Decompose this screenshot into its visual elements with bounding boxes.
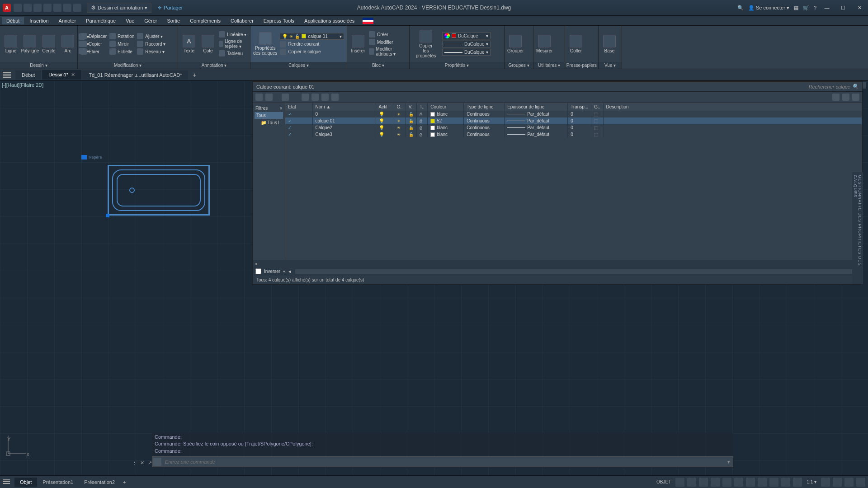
- qat-new-icon[interactable]: [14, 4, 22, 12]
- color-dropdown[interactable]: DuCalque▾: [442, 32, 491, 39]
- lineweight-cell[interactable]: Par_défaut: [507, 118, 565, 123]
- layer-state3-icon[interactable]: [321, 94, 329, 101]
- modifier-attributs-button[interactable]: Modifier attributs ▾: [369, 47, 406, 56]
- col-actif[interactable]: Actif: [376, 103, 394, 111]
- freeze-icon[interactable]: [397, 132, 401, 137]
- freeze-icon[interactable]: [397, 125, 401, 130]
- panel-title[interactable]: Calques ▾: [250, 62, 347, 69]
- copier-calque-button[interactable]: Copier le calque: [280, 49, 344, 55]
- panel-title[interactable]: Propriétés ▾: [410, 62, 504, 69]
- lineweight-dropdown[interactable]: DuCalque▾: [442, 49, 491, 56]
- col-typeligne[interactable]: Type de ligne: [464, 103, 505, 111]
- cleanscreen-icon[interactable]: [856, 478, 865, 487]
- isolate-icon[interactable]: [833, 478, 842, 487]
- filter-tous[interactable]: Tous: [255, 112, 283, 119]
- cote-button[interactable]: Cote: [200, 35, 216, 53]
- invert-checkbox[interactable]: [255, 268, 261, 274]
- description-cell[interactable]: [603, 131, 862, 138]
- linetype-cell[interactable]: Continuous: [464, 131, 505, 138]
- panel-title[interactable]: Annotation ▾: [178, 62, 250, 69]
- qat-redo-icon[interactable]: [73, 4, 81, 12]
- color-cell[interactable]: blanc: [430, 125, 461, 130]
- filter-tous-utilises[interactable]: 📁 Tous l: [255, 119, 283, 126]
- tab-sortie[interactable]: Sortie: [162, 17, 184, 24]
- palette-side-label[interactable]: GESTIONNAIRE DES PROPRIETES DES CALQUES: [852, 172, 863, 284]
- layer-state1-icon[interactable]: [302, 94, 309, 101]
- reseau-button[interactable]: Réseau ▾: [137, 48, 165, 55]
- qat-saveas-icon[interactable]: [43, 4, 52, 12]
- transparency-icon[interactable]: [758, 478, 767, 487]
- lineweight-cell[interactable]: Par_défaut: [507, 125, 565, 130]
- command-line[interactable]: ▾: [152, 456, 733, 467]
- qat-save-icon[interactable]: [33, 4, 42, 12]
- tab-annoter[interactable]: Annoter: [54, 17, 81, 24]
- drawing-object[interactable]: [108, 165, 210, 216]
- base-button[interactable]: Base: [601, 35, 618, 53]
- texte-button[interactable]: ATexte: [181, 35, 197, 53]
- repere-button[interactable]: Ligne de repère ▾: [219, 39, 247, 49]
- newvp-icon[interactable]: ⬚: [594, 112, 598, 117]
- lock-icon[interactable]: [409, 125, 414, 130]
- etirer-button[interactable]: Etirer: [80, 48, 107, 55]
- table-row[interactable]: ✓Calque3blancContinuousPar_défaut0⬚: [285, 131, 862, 138]
- dyninput-icon[interactable]: [793, 478, 802, 487]
- polar-icon[interactable]: [711, 478, 720, 487]
- cercle-button[interactable]: Cercle: [41, 35, 57, 53]
- rendre-courant-button[interactable]: Rendre courant: [280, 41, 344, 47]
- col-gel[interactable]: G..: [394, 103, 406, 111]
- cmd-close-icon[interactable]: ✕: [139, 460, 145, 466]
- coller-button[interactable]: Coller: [568, 35, 584, 53]
- raccord-button[interactable]: Raccord ▾: [137, 41, 165, 47]
- description-cell[interactable]: [603, 124, 862, 131]
- flag-icon[interactable]: [363, 18, 373, 24]
- modifier-bloc-button[interactable]: Modifier: [369, 39, 406, 45]
- command-input[interactable]: [162, 458, 725, 466]
- col-epaisseur[interactable]: Epaisseur de ligne: [505, 103, 568, 111]
- tab-apps[interactable]: Applications associées: [300, 17, 359, 24]
- customize-icon[interactable]: [821, 478, 830, 487]
- transparency-cell[interactable]: 0: [568, 111, 591, 117]
- panel-title[interactable]: Modification ▾: [78, 62, 178, 69]
- add-tab-button[interactable]: +: [193, 71, 196, 79]
- layer-name-cell[interactable]: Calque2: [312, 124, 376, 131]
- copier-button[interactable]: Copier: [80, 41, 107, 47]
- hardware-icon[interactable]: [844, 478, 854, 487]
- newvp-icon[interactable]: ⬚: [594, 118, 598, 123]
- share-button[interactable]: Partager: [158, 5, 183, 11]
- panel-title[interactable]: Vue ▾: [599, 62, 622, 69]
- plot-icon[interactable]: [420, 132, 422, 137]
- lock-icon[interactable]: [409, 132, 414, 137]
- objet-toggle[interactable]: OBJET: [655, 479, 673, 484]
- ligne-button[interactable]: Ligne: [3, 35, 19, 53]
- transparency-cell[interactable]: 0: [568, 124, 591, 131]
- linetype-cell[interactable]: Continuous: [464, 111, 505, 117]
- qat-open-icon[interactable]: [24, 4, 32, 12]
- polyligne-button[interactable]: Polyligne: [22, 35, 38, 53]
- workspace-dropdown[interactable]: Dessin et annotation ▾: [87, 3, 151, 13]
- panel-title[interactable]: Bloc ▾: [347, 62, 409, 69]
- refresh-icon[interactable]: [832, 94, 840, 101]
- help-icon[interactable]: ?: [814, 5, 816, 10]
- current-layer-dropdown[interactable]: calque 01▾: [280, 33, 344, 40]
- col-couleur[interactable]: Couleur: [428, 103, 464, 111]
- mesurer-button[interactable]: Mesurer: [536, 35, 553, 53]
- deplacer-button[interactable]: Déplacer: [80, 33, 107, 39]
- grouper-button[interactable]: Grouper: [507, 35, 524, 53]
- filter-hscroll[interactable]: ◂▸: [253, 260, 862, 267]
- creer-bloc-button[interactable]: Créer: [369, 31, 406, 38]
- close-button[interactable]: ✕: [854, 4, 865, 12]
- snap-icon[interactable]: [687, 478, 696, 487]
- col-g2[interactable]: G..: [591, 103, 603, 111]
- lock-icon[interactable]: [409, 118, 414, 123]
- ajuster-button[interactable]: Ajuster ▾: [137, 33, 165, 39]
- tab-complements[interactable]: Compléments: [185, 17, 225, 24]
- layout-menu-icon[interactable]: [3, 479, 10, 485]
- newvp-icon[interactable]: ⬚: [594, 125, 598, 130]
- qat-plot-icon[interactable]: [53, 4, 61, 12]
- delete-layer-icon[interactable]: [282, 94, 289, 101]
- collapse-filters-icon[interactable]: «: [279, 106, 282, 111]
- layer-name-cell[interactable]: Calque3: [312, 131, 376, 138]
- layout-presentation2[interactable]: Présentation2: [79, 478, 120, 487]
- bulb-icon[interactable]: [379, 118, 384, 123]
- table-row[interactable]: ✓calque 0152ContinuousPar_défaut0⬚: [285, 117, 862, 124]
